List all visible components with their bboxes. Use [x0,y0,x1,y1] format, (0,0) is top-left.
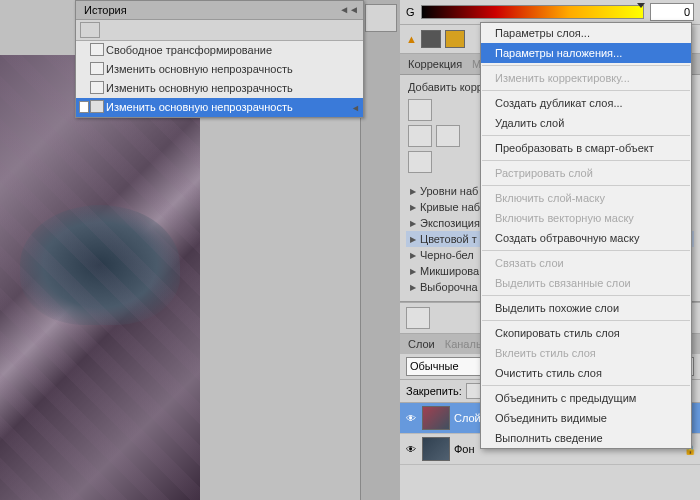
history-item[interactable]: Изменить основную непрозрачность [76,79,363,98]
history-item-label: Изменить основную непрозрачность [106,63,293,75]
history-item[interactable]: Изменить основную непрозрачность◄ [76,98,363,117]
swatch-dark[interactable] [421,30,441,48]
menu-separator [482,295,690,296]
menu-item[interactable]: Создать дубликат слоя... [481,93,691,113]
history-list[interactable]: Свободное трансформированиеИзменить осно… [76,41,363,117]
menu-separator [482,385,690,386]
menu-separator [482,90,690,91]
chevron-left-icon: ◄ [351,100,360,115]
menu-item[interactable]: Объединить с предыдущим [481,388,691,408]
menu-item: Растрировать слой [481,163,691,183]
menu-separator [482,65,690,66]
adj-brightness-icon[interactable] [408,99,432,121]
menu-item[interactable]: Преобразовать в смарт-объект [481,138,691,158]
visibility-eye-icon[interactable]: 👁 [404,443,418,455]
menu-item: Изменить корректировку... [481,68,691,88]
history-toolbar [76,20,363,41]
history-panel: История ◄◄ Свободное трансформированиеИз… [75,0,364,118]
menu-item: Связать слои [481,253,691,273]
layer-context-menu[interactable]: Параметры слоя...Параметры наложения...И… [480,22,692,449]
menu-separator [482,160,690,161]
menu-separator [482,135,690,136]
document-image[interactable] [0,55,200,500]
menu-item[interactable]: Скопировать стиль слоя [481,323,691,343]
menu-separator [482,320,690,321]
history-item[interactable]: Изменить основную непрозрачность [76,60,363,79]
menu-item[interactable]: Удалить слой [481,113,691,133]
adj-levels-icon[interactable] [436,125,460,147]
menu-item: Вклеить стиль слоя [481,343,691,363]
layer-tool-icon[interactable] [406,307,430,329]
menu-separator [482,185,690,186]
adj-v-icon[interactable] [408,125,432,147]
menu-item[interactable]: Параметры наложения... [481,43,691,63]
tab-corrections[interactable]: Коррекция [408,58,462,70]
color-value-input[interactable]: 0 [650,3,694,21]
menu-item[interactable]: Создать обтравочную маску [481,228,691,248]
swatch-orange[interactable] [445,30,465,48]
menu-separator [482,250,690,251]
tab-channels[interactable]: Каналы [445,338,484,350]
layer-name[interactable]: Фон [454,443,475,455]
layer-thumbnail[interactable] [422,437,450,461]
menu-item[interactable]: Параметры слоя... [481,23,691,43]
layer-thumbnail[interactable] [422,406,450,430]
menu-item: Включить векторную маску [481,208,691,228]
channel-label: G [406,6,415,18]
history-item-label: Изменить основную непрозрачность [106,82,293,94]
panel-toggle-icon[interactable] [365,4,397,32]
menu-item[interactable]: Выделить похожие слои [481,298,691,318]
history-title: История [84,4,127,16]
close-icon[interactable]: ◄◄ [339,4,359,15]
menu-item: Включить слой-маску [481,188,691,208]
history-item-label: Свободное трансформирование [106,44,272,56]
warning-icon: ▲ [406,33,417,45]
history-item-label: Изменить основную непрозрачность [106,101,293,113]
history-tool-icon[interactable] [80,22,100,38]
menu-item[interactable]: Очистить стиль слоя [481,363,691,383]
history-item[interactable]: Свободное трансформирование [76,41,363,60]
adj-bw-icon[interactable] [408,151,432,173]
color-slider[interactable] [421,5,644,19]
collapsed-panels[interactable] [360,0,402,500]
lock-label: Закрепить: [406,385,462,397]
menu-item[interactable]: Объединить видимые [481,408,691,428]
menu-item[interactable]: Выполнить сведение [481,428,691,448]
tab-layers[interactable]: Слои [408,338,435,350]
visibility-eye-icon[interactable]: 👁 [404,412,418,424]
menu-item: Выделить связанные слои [481,273,691,293]
history-header[interactable]: История ◄◄ [76,1,363,20]
